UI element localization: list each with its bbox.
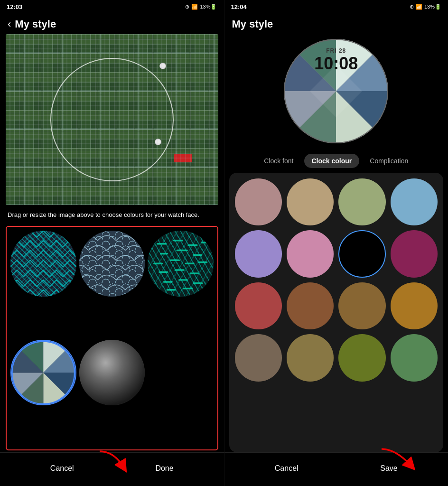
tab-clock-colour[interactable]: Clock colour xyxy=(304,154,360,168)
tab-clock-font[interactable]: Clock font xyxy=(256,154,301,168)
watch-face[interactable]: FRI 28 10:08 xyxy=(284,39,388,143)
svg-rect-0 xyxy=(6,34,218,205)
done-button[interactable]: Done xyxy=(141,460,187,477)
color-swatch-dusty-rose[interactable] xyxy=(235,178,282,225)
svg-point-13 xyxy=(148,231,214,297)
color-swatch-mauve[interactable] xyxy=(287,230,334,277)
color-swatch-forest-green[interactable] xyxy=(391,334,438,381)
instruction-text: Drag or resize the image above to choose… xyxy=(0,205,224,224)
arrow-icon-left xyxy=(95,449,133,473)
color-swatch-tan[interactable] xyxy=(287,178,334,225)
color-swatch-dark-red[interactable] xyxy=(235,282,282,329)
status-icons-right: ⊕ 📶 13%🔋 xyxy=(410,4,441,10)
color-swatch-taupe[interactable] xyxy=(235,334,282,381)
color-grid-container xyxy=(229,173,444,452)
shirt-button-1 xyxy=(159,63,166,69)
color-swatch-dark-gold[interactable] xyxy=(391,282,438,329)
cancel-button-right[interactable]: Cancel xyxy=(261,460,313,477)
color-swatch-brown[interactable] xyxy=(287,282,334,329)
nav-header-right: My style xyxy=(224,13,448,34)
status-time-right: 12:04 xyxy=(231,3,247,10)
status-bar-left: 12:03 ⊕ 📶 13%🔋 xyxy=(0,0,224,13)
cancel-button-left[interactable]: Cancel xyxy=(36,460,88,477)
status-bar-right: 12:04 ⊕ 📶 13%🔋 xyxy=(224,0,448,13)
arrow-icon-right xyxy=(372,447,420,473)
svg-rect-3 xyxy=(6,34,218,205)
svg-rect-2 xyxy=(6,34,218,205)
color-swatch-dark-brown[interactable] xyxy=(338,282,385,329)
pattern-fishscale[interactable] xyxy=(79,231,145,297)
svg-line-11 xyxy=(20,240,66,287)
bottom-bar-left: Cancel Done xyxy=(0,452,224,486)
bottom-bar-right: Cancel Save xyxy=(224,452,448,486)
color-swatch-sky-blue[interactable] xyxy=(391,178,438,225)
patterns-grid xyxy=(6,226,218,450)
svg-line-10 xyxy=(20,240,66,287)
svg-point-44 xyxy=(79,340,145,406)
svg-rect-4 xyxy=(6,34,218,205)
watch-face-container: FRI 28 10:08 xyxy=(224,34,448,151)
svg-rect-1 xyxy=(6,34,218,205)
left-panel: 12:03 ⊕ 📶 13%🔋 ‹ My style xyxy=(0,0,224,486)
nav-header-left: ‹ My style xyxy=(0,13,224,34)
color-swatch-olive-brown[interactable] xyxy=(287,334,334,381)
pattern-dashes[interactable] xyxy=(148,231,214,297)
tab-bar: Clock font Clock colour Complication xyxy=(224,151,448,173)
right-panel: 12:04 ⊕ 📶 13%🔋 My style xyxy=(224,0,448,486)
color-grid xyxy=(235,178,438,382)
svg-point-9 xyxy=(10,231,76,297)
shirt-label xyxy=(174,154,192,162)
page-title-right: My style xyxy=(232,18,273,30)
color-swatch-sage-green[interactable] xyxy=(338,178,385,225)
page-title-left: My style xyxy=(15,18,56,30)
shirt-image-container[interactable] xyxy=(6,34,218,205)
color-swatch-dark-olive[interactable] xyxy=(338,334,385,381)
color-swatch-dark-magenta[interactable] xyxy=(391,230,438,277)
shirt-image[interactable] xyxy=(6,34,218,205)
color-swatch-black[interactable] xyxy=(338,230,385,277)
tab-complication[interactable]: Complication xyxy=(362,154,416,168)
svg-point-12 xyxy=(79,231,145,297)
pattern-geometric[interactable] xyxy=(10,340,76,406)
pattern-sphere[interactable] xyxy=(79,340,145,406)
pattern-zigzag[interactable] xyxy=(10,231,76,297)
status-icons-left: ⊕ 📶 13%🔋 xyxy=(185,4,217,10)
shirt-button-2 xyxy=(155,139,161,145)
status-time-left: 12:03 xyxy=(7,3,22,10)
back-button[interactable]: ‹ xyxy=(8,18,11,30)
color-swatch-lavender[interactable] xyxy=(235,230,282,277)
